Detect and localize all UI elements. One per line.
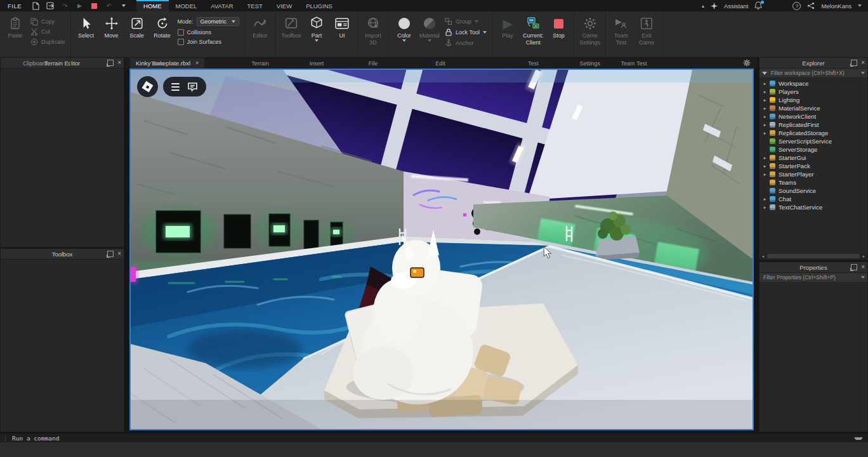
lock-tool-caret-icon[interactable] bbox=[483, 31, 487, 34]
scrollbar-thumb[interactable] bbox=[767, 254, 860, 258]
expand-arrow-icon[interactable]: ▸ bbox=[762, 114, 768, 119]
join-surfaces-checkbox[interactable]: Join Surfaces bbox=[178, 39, 240, 45]
explorer-filter-input[interactable] bbox=[770, 69, 858, 77]
close-icon[interactable]: × bbox=[117, 251, 121, 256]
command-input[interactable] bbox=[11, 434, 854, 442]
tree-item[interactable]: ▸ StarterPlayer bbox=[760, 170, 867, 178]
color-button[interactable]: Color bbox=[394, 13, 414, 42]
tree-item[interactable]: SoundService bbox=[760, 187, 867, 195]
ui-button[interactable]: UI bbox=[332, 13, 352, 39]
hamburger-menu-icon[interactable] bbox=[171, 83, 180, 91]
tab-model[interactable]: MODEL bbox=[169, 0, 204, 11]
tree-item[interactable]: ▸ Lighting bbox=[760, 96, 867, 104]
rotate-icon bbox=[156, 15, 169, 32]
tab-plugins[interactable]: PLUGINS bbox=[299, 0, 339, 11]
ui-icon bbox=[335, 15, 349, 32]
new-file-icon[interactable] bbox=[32, 2, 40, 10]
tree-item[interactable]: ▸ StarterPack bbox=[760, 162, 867, 170]
lock-tool-button[interactable]: Lock Tool bbox=[445, 28, 487, 36]
select-tool-button[interactable]: Select bbox=[76, 13, 96, 39]
rotate-tool-button[interactable]: Rotate bbox=[152, 13, 173, 39]
expand-arrow-icon[interactable]: ▸ bbox=[762, 123, 768, 128]
tree-item[interactable]: ▸ MaterialService bbox=[760, 104, 867, 112]
close-icon[interactable]: × bbox=[861, 265, 865, 270]
explorer-hscrollbar[interactable]: ◂ ▸ bbox=[760, 253, 867, 259]
exit-game-button: Exit Game bbox=[636, 13, 657, 46]
tree-item[interactable]: ▸ Players bbox=[760, 88, 867, 96]
instance-icon bbox=[770, 122, 775, 128]
expand-arrow-icon[interactable]: ▸ bbox=[762, 81, 768, 86]
anchor-icon bbox=[445, 39, 452, 47]
help-icon[interactable]: ? bbox=[792, 2, 801, 10]
tree-item[interactable]: ServerStorage bbox=[760, 145, 867, 154]
mode-select[interactable]: Geometric bbox=[197, 17, 240, 26]
current-client-button[interactable]: Current: Client bbox=[523, 13, 544, 46]
command-history-caret-icon[interactable] bbox=[854, 437, 863, 440]
stop-button[interactable]: Stop bbox=[548, 13, 569, 39]
expand-arrow-icon[interactable]: ▸ bbox=[762, 172, 768, 177]
open-file-icon[interactable] bbox=[46, 2, 55, 10]
ribbon-group-tools: Select Move Scale Rotate bbox=[71, 11, 246, 67]
tab-test[interactable]: TEST bbox=[240, 0, 270, 11]
tree-item[interactable]: ▸ Workspace bbox=[760, 79, 867, 88]
stop-quick-icon[interactable] bbox=[90, 2, 98, 10]
3d-viewport[interactable] bbox=[129, 69, 754, 430]
tree-item[interactable]: ServerScriptService bbox=[760, 137, 867, 145]
expand-arrow-icon[interactable]: ▸ bbox=[762, 89, 768, 95]
expand-arrow-icon[interactable]: ▸ bbox=[762, 131, 768, 136]
expand-arrow-icon[interactable]: ▸ bbox=[762, 156, 768, 161]
account-menu[interactable]: MelonKans bbox=[821, 3, 852, 10]
move-tool-button[interactable]: Move bbox=[102, 13, 122, 39]
instance-icon bbox=[770, 97, 775, 103]
collisions-checkbox[interactable]: Collisions bbox=[178, 29, 240, 36]
properties-filter[interactable] bbox=[760, 273, 867, 282]
expand-arrow-icon[interactable]: ▸ bbox=[762, 98, 768, 103]
expand-arrow-icon[interactable]: ▸ bbox=[762, 205, 768, 210]
tab-home[interactable]: HOME bbox=[136, 0, 169, 11]
viewport-settings-gear-icon[interactable] bbox=[743, 59, 751, 67]
expand-arrow-icon[interactable]: ▸ bbox=[762, 197, 768, 202]
tab-avatar[interactable]: AVATAR bbox=[204, 0, 240, 11]
collisions-checkbox-box[interactable] bbox=[178, 29, 184, 36]
chat-icon[interactable] bbox=[187, 82, 198, 92]
lock-icon bbox=[445, 28, 452, 36]
tree-item[interactable]: ▸ Chat bbox=[760, 195, 867, 203]
assistant-button[interactable]: Assistant bbox=[724, 3, 749, 10]
collapse-ribbon-icon[interactable]: ▴ bbox=[702, 3, 704, 9]
share-icon[interactable] bbox=[807, 2, 815, 10]
scroll-right-icon[interactable]: ▸ bbox=[861, 254, 867, 259]
ribbon-group-file: Import 3D File bbox=[358, 11, 389, 67]
popout-icon[interactable] bbox=[107, 251, 114, 257]
drag-grip-icon[interactable]: ⋮ bbox=[0, 435, 11, 442]
join-surfaces-checkbox-box[interactable] bbox=[178, 39, 184, 45]
part-button[interactable]: Part bbox=[306, 13, 327, 42]
tree-item[interactable]: Teams bbox=[760, 178, 867, 187]
viewport-3d-scene[interactable] bbox=[131, 70, 753, 429]
part-caret-icon[interactable] bbox=[315, 39, 319, 42]
tree-item[interactable]: ▸ ReplicatedFirst bbox=[760, 121, 867, 129]
explorer-filter[interactable] bbox=[760, 69, 867, 78]
file-menu-button[interactable]: FILE bbox=[0, 0, 29, 11]
popout-icon[interactable] bbox=[851, 60, 857, 66]
filter-caret-icon[interactable] bbox=[861, 72, 865, 74]
notifications-bell-icon[interactable] bbox=[754, 1, 763, 10]
tree-item[interactable]: ▸ TextChatService bbox=[760, 203, 867, 211]
properties-filter-input[interactable] bbox=[762, 274, 858, 281]
tab-view[interactable]: VIEW bbox=[270, 0, 299, 11]
close-icon[interactable]: × bbox=[861, 60, 865, 65]
bottom-strip bbox=[0, 442, 868, 457]
expand-arrow-icon[interactable]: ▸ bbox=[762, 164, 768, 169]
tree-item[interactable]: ▸ ReplicatedStorage bbox=[760, 129, 867, 137]
account-caret-icon[interactable] bbox=[858, 4, 862, 7]
popout-icon[interactable] bbox=[851, 264, 857, 270]
tree-item[interactable]: ▸ NetworkClient bbox=[760, 112, 867, 121]
filter-caret-icon[interactable] bbox=[861, 276, 865, 279]
scroll-left-icon[interactable]: ◂ bbox=[760, 254, 766, 259]
color-caret-icon[interactable] bbox=[402, 39, 406, 42]
roblox-menu-button[interactable] bbox=[137, 76, 158, 97]
scale-tool-button[interactable]: Scale bbox=[127, 13, 147, 39]
quick-access-caret-icon[interactable] bbox=[119, 2, 128, 10]
tree-item-label: SoundService bbox=[779, 187, 816, 194]
tree-item[interactable]: ▸ StarterGui bbox=[760, 154, 867, 162]
expand-arrow-icon[interactable]: ▸ bbox=[762, 106, 768, 111]
